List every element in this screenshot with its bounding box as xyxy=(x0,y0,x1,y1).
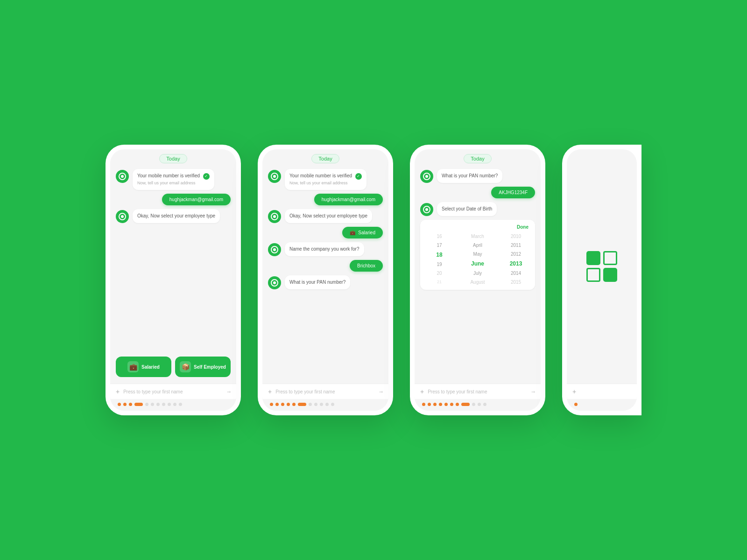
plus-icon-2: + xyxy=(268,388,272,395)
date-done-button[interactable]: Done xyxy=(517,224,529,230)
logo-block-4 xyxy=(603,268,617,282)
dot xyxy=(456,403,459,406)
bot-msg-3-1: What is your PAN number? xyxy=(420,169,535,183)
day-item[interactable]: 17 xyxy=(420,241,458,249)
dot xyxy=(309,403,312,406)
bot-bubble-2-4: What is your PAN number? xyxy=(285,275,350,289)
bot-avatar-3-1 xyxy=(420,170,433,183)
month-column: March April May June July August xyxy=(458,232,497,286)
dot xyxy=(444,403,448,406)
phone-2: Today Your mobile number is verified ✓ N… xyxy=(258,145,393,415)
dot xyxy=(314,403,317,406)
dot xyxy=(123,403,127,406)
dot xyxy=(428,403,431,406)
bot-bubble-2-3: Name the company you work for? xyxy=(285,242,364,256)
progress-bar-4 xyxy=(567,399,637,411)
dot xyxy=(168,403,171,406)
dot xyxy=(574,403,578,406)
bot-avatar-2-1 xyxy=(268,170,281,183)
bot-bubble-3-1: What is your PAN number? xyxy=(437,169,502,183)
dot xyxy=(118,403,121,406)
bot-avatar-2-4 xyxy=(268,276,281,289)
month-item[interactable]: March xyxy=(458,232,497,240)
send-icon-1[interactable]: ⇒ xyxy=(227,389,231,394)
user-email-2: hughjackman@gmail.com xyxy=(268,194,383,205)
date-picker[interactable]: Done 16 17 18 19 20 21 xyxy=(420,220,535,290)
day-item[interactable]: 19 xyxy=(420,260,458,268)
bot-bubble-1: Your mobile number is verified ✓ Now, te… xyxy=(133,169,214,190)
dot xyxy=(450,403,453,406)
year-item[interactable]: 2015 xyxy=(497,278,535,286)
month-item-active[interactable]: June xyxy=(458,259,497,268)
input-bar-4[interactable]: + xyxy=(567,384,637,399)
bot-avatar-3-2 xyxy=(420,203,433,216)
input-bar-1[interactable]: + Press to type your first name ⇒ xyxy=(110,384,236,399)
bot-avatar-2-2 xyxy=(268,210,281,223)
input-bar-2[interactable]: + Press to type your first name ⇒ xyxy=(262,384,388,399)
plus-icon-3: + xyxy=(420,388,424,395)
dot xyxy=(433,403,437,406)
progress-bar-1 xyxy=(110,399,236,411)
bot-msg-3-2: Select your Date of Birth xyxy=(420,202,535,216)
bot-avatar-2-3 xyxy=(268,243,281,256)
dot xyxy=(483,403,486,406)
bot-avatar-2 xyxy=(116,210,129,223)
dot xyxy=(439,403,442,406)
today-badge-2: Today xyxy=(268,154,383,163)
dot xyxy=(478,403,481,406)
brand-logo xyxy=(586,251,617,282)
day-column: 16 17 18 19 20 21 xyxy=(420,232,458,286)
year-item[interactable]: 2010 xyxy=(497,232,535,240)
year-item-active[interactable]: 2013 xyxy=(497,259,535,268)
dot xyxy=(275,403,279,406)
logo-row-1 xyxy=(586,251,617,265)
bot-msg-2-2: Okay, Now select your employee type xyxy=(268,209,383,223)
dot xyxy=(422,403,425,406)
day-item-active[interactable]: 18 xyxy=(420,250,458,259)
phone-3: Today What is your PAN number? AKJHG1234… xyxy=(410,145,545,415)
year-item[interactable]: 2014 xyxy=(497,269,535,277)
send-icon-2[interactable]: ⇒ xyxy=(379,389,383,394)
salaried-icon: 💼 xyxy=(127,361,139,372)
dot xyxy=(162,403,165,406)
logo-block-1 xyxy=(586,251,600,265)
dot xyxy=(270,403,273,406)
logo-row-2 xyxy=(586,268,617,282)
month-item[interactable]: July xyxy=(458,269,497,277)
self-employed-button[interactable]: 📦 Self Employed xyxy=(175,357,231,377)
dot xyxy=(325,403,329,406)
dot xyxy=(129,403,132,406)
bot-msg-2-4: What is your PAN number? xyxy=(268,275,383,289)
bot-bubble-2-1: Your mobile number is verified ✓ Now, te… xyxy=(285,169,366,190)
month-item[interactable]: April xyxy=(458,241,497,249)
progress-bar-3 xyxy=(415,399,541,411)
day-item[interactable]: 20 xyxy=(420,269,458,277)
phone-4-partial: + xyxy=(562,145,641,415)
dot xyxy=(320,403,323,406)
dot xyxy=(287,403,290,406)
dot xyxy=(173,403,176,406)
day-item[interactable]: 21 xyxy=(420,278,458,286)
today-badge-1: Today xyxy=(116,154,231,163)
input-bar-3[interactable]: + Press to type your first name ⇒ xyxy=(415,384,541,399)
today-badge-3: Today xyxy=(420,154,535,163)
year-item[interactable]: 2011 xyxy=(497,241,535,249)
bot-bubble-3-2: Select your Date of Birth xyxy=(437,202,497,216)
dot xyxy=(151,403,154,406)
month-item[interactable]: August xyxy=(458,278,497,286)
dot xyxy=(145,403,148,406)
year-item[interactable]: 2012 xyxy=(497,250,535,258)
bot-message-2: Okay, Now select your employee type xyxy=(116,209,231,223)
send-icon-3[interactable]: ⇒ xyxy=(531,389,535,394)
progress-bar-2 xyxy=(262,399,388,411)
month-item[interactable]: May xyxy=(458,250,497,258)
dot xyxy=(331,403,334,406)
bot-bubble-2-2: Okay, Now select your employee type xyxy=(285,209,372,223)
today-label-3: Today xyxy=(464,154,491,163)
bot-avatar-1 xyxy=(116,170,129,183)
dot xyxy=(281,403,284,406)
salaried-icon-2: 💼 xyxy=(350,230,355,235)
year-column: 2010 2011 2012 2013 2014 2015 xyxy=(497,232,535,286)
salaried-button[interactable]: 💼 Salaried xyxy=(116,357,171,377)
day-item[interactable]: 16 xyxy=(420,232,458,240)
